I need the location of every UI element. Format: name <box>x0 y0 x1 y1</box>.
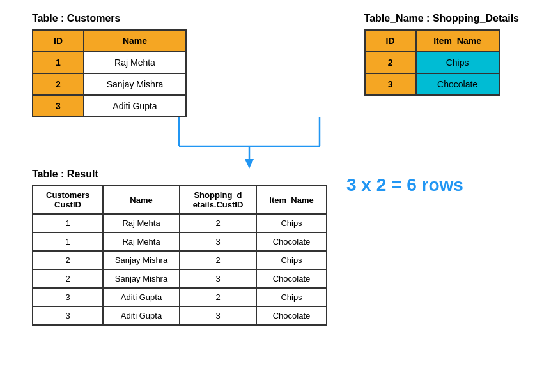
result-r5-shopid: 2 <box>180 288 256 306</box>
customers-col-id: ID <box>33 30 84 52</box>
customers-row-2: 2 Sanjay Mishra <box>33 73 186 95</box>
svg-marker-4 <box>245 159 254 169</box>
customers-table: ID Name 1 Raj Mehta 2 Sanjay Mishra 3 <box>32 29 187 117</box>
top-section: Table : Customers ID Name 1 Raj Mehta 2 <box>13 13 538 117</box>
result-col-custid: CustomersCustID <box>33 186 103 214</box>
page: Table : Customers ID Name 1 Raj Mehta 2 <box>0 0 551 392</box>
customers-id-1: 1 <box>33 52 84 73</box>
result-r3-item: Chips <box>256 251 327 269</box>
result-row-2: 1 Raj Mehta 3 Chocolate <box>33 232 327 251</box>
shopping-table-container: Table_Name : Shopping_Details ID Item_Na… <box>364 13 519 96</box>
result-table-title: Table : Result <box>32 169 327 180</box>
result-r6-shopid: 3 <box>180 306 256 325</box>
result-r2-shopid: 3 <box>180 232 256 251</box>
result-r3-custid: 2 <box>33 251 103 269</box>
result-col-name: Name <box>103 186 180 214</box>
result-r4-item: Chocolate <box>256 269 327 288</box>
shopping-row-1: 2 Chips <box>365 52 499 73</box>
customers-row-3: 3 Aditi Gupta <box>33 95 186 117</box>
customers-name-1: Raj Mehta <box>84 52 186 73</box>
result-r2-name: Raj Mehta <box>103 232 180 251</box>
result-r4-custid: 2 <box>33 269 103 288</box>
result-row-6: 3 Aditi Gupta 3 Chocolate <box>33 306 327 325</box>
result-r1-custid: 1 <box>33 214 103 232</box>
result-col-shopid: Shopping_details.CustID <box>180 186 256 214</box>
customers-row-1: 1 Raj Mehta <box>33 52 186 73</box>
result-r5-name: Aditi Gupta <box>103 288 180 306</box>
result-r1-name: Raj Mehta <box>103 214 180 232</box>
result-r5-custid: 3 <box>33 288 103 306</box>
result-col-item: Item_Name <box>256 186 327 214</box>
result-r3-name: Sanjay Mishra <box>103 251 180 269</box>
result-r2-item: Chocolate <box>256 232 327 251</box>
result-row-3: 2 Sanjay Mishra 2 Chips <box>33 251 327 269</box>
customers-col-name: Name <box>84 30 186 52</box>
shopping-item-1: Chips <box>416 52 499 73</box>
shopping-id-2: 3 <box>365 73 416 95</box>
arrow-connector <box>32 117 519 169</box>
customers-table-container: Table : Customers ID Name 1 Raj Mehta 2 <box>32 13 187 117</box>
result-row-4: 2 Sanjay Mishra 3 Chocolate <box>33 269 327 288</box>
result-r3-shopid: 2 <box>180 251 256 269</box>
customers-id-3: 3 <box>33 95 84 117</box>
shopping-row-2: 3 Chocolate <box>365 73 499 95</box>
shopping-col-id: ID <box>365 30 416 52</box>
result-r1-shopid: 2 <box>180 214 256 232</box>
result-left-panel: Table : Result CustomersCustID Name Shop… <box>32 169 327 326</box>
customers-id-2: 2 <box>33 73 84 95</box>
result-r4-shopid: 3 <box>180 269 256 288</box>
result-r1-item: Chips <box>256 214 327 232</box>
result-r6-item: Chocolate <box>256 306 327 325</box>
customers-name-2: Sanjay Mishra <box>84 73 186 95</box>
shopping-table-title: Table_Name : Shopping_Details <box>364 13 519 24</box>
result-table: CustomersCustID Name Shopping_details.Cu… <box>32 185 327 326</box>
result-r6-custid: 3 <box>33 306 103 325</box>
result-row-5: 3 Aditi Gupta 2 Chips <box>33 288 327 306</box>
connector-svg <box>32 117 543 169</box>
customers-table-title: Table : Customers <box>32 13 120 24</box>
result-r5-item: Chips <box>256 288 327 306</box>
result-r6-name: Aditi Gupta <box>103 306 180 325</box>
result-equation: 3 x 2 = 6 rows <box>346 175 463 195</box>
result-r2-custid: 1 <box>33 232 103 251</box>
shopping-col-item: Item_Name <box>416 30 499 52</box>
shopping-item-2: Chocolate <box>416 73 499 95</box>
result-r4-name: Sanjay Mishra <box>103 269 180 288</box>
shopping-table: ID Item_Name 2 Chips 3 Chocolate <box>364 29 500 96</box>
bottom-section: Table : Result CustomersCustID Name Shop… <box>13 169 538 326</box>
result-row-1: 1 Raj Mehta 2 Chips <box>33 214 327 232</box>
shopping-id-1: 2 <box>365 52 416 73</box>
customers-name-3: Aditi Gupta <box>84 95 186 117</box>
